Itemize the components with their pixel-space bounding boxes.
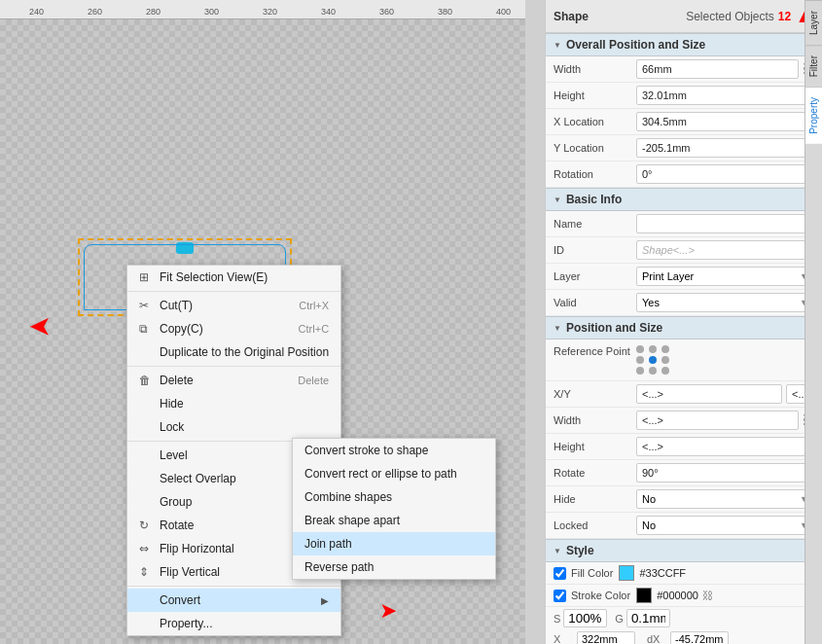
panel-selected-count: 12 — [778, 10, 791, 23]
menu-divider-4 — [127, 586, 340, 587]
stroke-g-input[interactable] — [626, 609, 670, 627]
menu-item-hide[interactable]: Hide — [127, 392, 340, 415]
delete-icon: 🗑 — [139, 374, 155, 387]
ref-dot-mc[interactable] — [649, 356, 657, 364]
menu-item-duplicate[interactable]: Duplicate to the Original Position — [127, 340, 340, 364]
rotate-input[interactable] — [636, 463, 814, 483]
height-pos-input[interactable] — [636, 437, 814, 456]
coord-x-input[interactable] — [577, 631, 635, 644]
right-panel: Shape Selected Objects 12 ▲ Overall Posi… — [545, 0, 822, 644]
ref-dot-tl[interactable] — [636, 345, 644, 353]
id-input[interactable] — [636, 240, 814, 260]
stroke-color-swatch[interactable] — [636, 588, 652, 603]
prop-locked: Locked No ▼ — [546, 513, 822, 539]
prop-valid: Valid Yes ▼ — [546, 290, 822, 316]
section-overall-position[interactable]: Overall Position and Size — [546, 33, 822, 56]
tab-layer[interactable]: Layer — [805, 0, 822, 45]
ref-dot-br[interactable] — [661, 367, 669, 375]
menu-divider-1 — [127, 291, 340, 292]
width-pos-input[interactable] — [636, 411, 799, 430]
ruler-tick: 260 — [88, 7, 102, 17]
ruler-tick: 340 — [321, 7, 336, 17]
stroke-sub-row: S G — [546, 607, 822, 629]
cut-icon: ✂ — [139, 299, 155, 312]
menu-item-fit-selection[interactable]: ⊞ Fit Selection View(E) — [127, 266, 340, 289]
ylocation-input[interactable] — [636, 138, 814, 158]
copy-icon: ⧉ — [139, 322, 155, 336]
ref-dot-ml[interactable] — [636, 356, 644, 364]
section-basic-info[interactable]: Basic Info — [546, 188, 822, 211]
ruler-tick: 280 — [146, 7, 161, 17]
arrow-join-path: ➤ — [379, 598, 397, 624]
ref-dot-tr[interactable] — [661, 345, 669, 353]
prop-layer: Layer Print Layer ▼ — [546, 264, 822, 290]
rotation-input[interactable] — [636, 164, 814, 184]
ref-dot-bc[interactable] — [649, 367, 657, 375]
ruler-tick: 400 — [496, 7, 511, 17]
valid-select[interactable]: Yes ▼ — [636, 293, 814, 312]
link-icon[interactable]: ⛓ — [702, 590, 713, 601]
coord-x-row: X dX — [546, 629, 822, 644]
ruler-tick: 360 — [379, 7, 394, 17]
prop-ylocation: Y Location — [546, 135, 822, 161]
ruler-tick: 380 — [438, 7, 452, 17]
menu-divider-2 — [127, 366, 340, 367]
width-input[interactable] — [636, 59, 799, 79]
ruler-tick: 320 — [263, 7, 277, 17]
submenu-reverse-path[interactable]: Reverse path — [293, 555, 495, 579]
menu-item-property[interactable]: Property... — [127, 612, 340, 635]
prop-name: Name — [546, 211, 822, 237]
menu-item-cut[interactable]: ✂ Cut(T) Ctrl+X — [127, 294, 340, 317]
submenu-join-path[interactable]: Join path — [293, 532, 495, 555]
x-input[interactable] — [636, 384, 782, 404]
ref-point-grid — [636, 345, 671, 375]
ref-dot-mr[interactable] — [661, 356, 669, 364]
flip-horizontal-icon: ⇔ — [139, 542, 155, 555]
stroke-color-checkbox[interactable] — [554, 590, 566, 602]
submenu-combine-shapes[interactable]: Combine shapes — [293, 485, 495, 509]
fill-color-swatch[interactable] — [619, 565, 634, 581]
menu-item-delete[interactable]: 🗑 Delete Delete — [127, 369, 340, 392]
submenu-break-apart[interactable]: Break shape apart — [293, 509, 495, 532]
panel-header: Shape Selected Objects 12 ▲ — [546, 0, 822, 33]
locked-select[interactable]: No ▼ — [636, 516, 814, 535]
prop-reference-point: Reference Point — [546, 340, 822, 381]
prop-id: ID — [546, 237, 822, 264]
style-fill-color: Fill Color #33CCFF — [546, 562, 822, 585]
coord-dx-input[interactable] — [670, 631, 729, 644]
layer-select[interactable]: Print Layer ▼ — [636, 267, 814, 286]
stroke-s-input[interactable] — [563, 609, 607, 627]
submenu-convert-rect[interactable]: Convert rect or ellipse to path — [293, 462, 495, 485]
height-input-overall[interactable] — [636, 86, 814, 105]
stroke-g-field: G — [615, 609, 670, 627]
fit-selection-icon: ⊞ — [139, 270, 155, 284]
fill-color-checkbox[interactable] — [554, 567, 566, 580]
prop-width: Width ⛓ — [546, 56, 822, 83]
xlocation-input[interactable] — [636, 112, 814, 131]
section-position-size[interactable]: Position and Size — [546, 316, 822, 340]
section-style[interactable]: Style — [546, 539, 822, 562]
menu-item-convert[interactable]: Convert ▶ — [127, 589, 340, 612]
convert-arrow: ▶ — [321, 595, 329, 606]
ruler-top: 240 260 280 300 320 340 360 380 400 — [0, 0, 525, 19]
prop-height-overall: Height — [546, 83, 822, 109]
name-input[interactable] — [636, 214, 814, 233]
submenu-convert-stroke[interactable]: Convert stroke to shape — [293, 439, 495, 462]
side-tabs: Layer Filter Property — [804, 0, 822, 644]
menu-item-lock[interactable]: Lock — [127, 415, 340, 439]
hide-select[interactable]: No ▼ — [636, 489, 814, 509]
tab-property[interactable]: Property — [805, 87, 822, 144]
ref-dot-bl[interactable] — [636, 367, 644, 375]
rotate-icon: ↻ — [139, 519, 155, 532]
flip-vertical-icon: ⇕ — [139, 565, 155, 579]
panel-selected-label: Selected Objects — [686, 10, 774, 23]
convert-submenu: Convert stroke to shape Convert rect or … — [292, 438, 496, 580]
prop-xlocation: X Location — [546, 109, 822, 135]
ref-dot-tc[interactable] — [649, 345, 657, 353]
canvas-content[interactable]: ➤ ⊞ Fit Selection View(E) ✂ Cut(T) Ctrl+… — [0, 19, 525, 644]
tab-filter[interactable]: Filter — [805, 45, 822, 87]
ruler-tick: 240 — [29, 7, 44, 17]
prop-xy: X/Y — [546, 381, 822, 408]
menu-item-copy[interactable]: ⧉ Copy(C) Ctrl+C — [127, 317, 340, 340]
canvas-area[interactable]: 240 260 280 300 320 340 360 380 400 ➤ ⊞ … — [0, 0, 525, 644]
